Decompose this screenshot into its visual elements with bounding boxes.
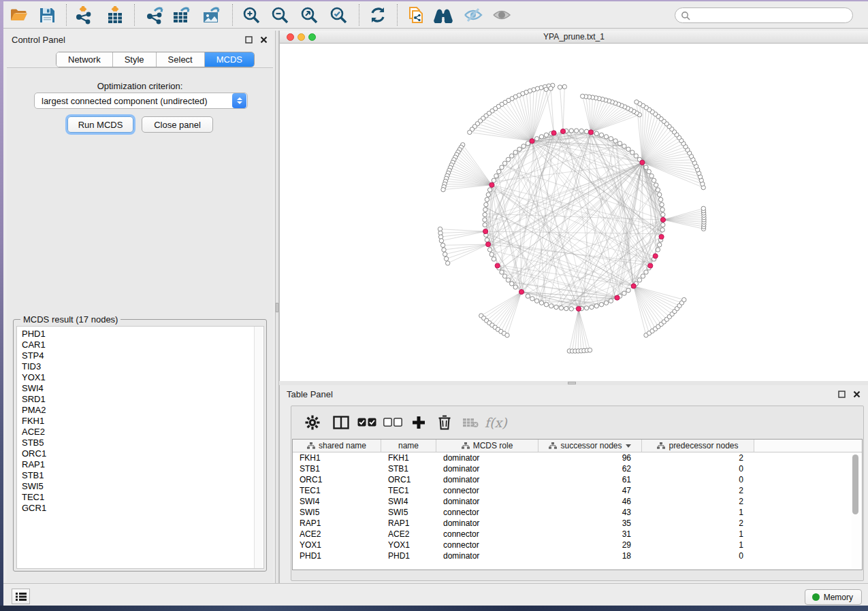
table-scrollbar-thumb[interactable] bbox=[852, 455, 858, 514]
horizontal-divider-handle[interactable] bbox=[568, 382, 576, 384]
mcds-result-item[interactable]: SWI4 bbox=[22, 383, 263, 394]
window-minimize-traffic-light[interactable] bbox=[298, 33, 305, 41]
first-neighbors-icon[interactable] bbox=[432, 5, 454, 25]
mcds-result-item[interactable]: FKH1 bbox=[22, 416, 263, 427]
table-row[interactable]: SWI5SWI5connector431 bbox=[293, 507, 862, 518]
cell-predecessor-nodes: 0 bbox=[642, 551, 754, 561]
table-row[interactable]: STB1STB1dominator620 bbox=[293, 463, 862, 474]
optimization-criterion-label: Optimization criterion: bbox=[7, 81, 273, 91]
import-network-icon[interactable] bbox=[73, 5, 95, 25]
select-all-icon[interactable] bbox=[354, 412, 380, 433]
cell-successor-nodes: 35 bbox=[539, 518, 642, 528]
window-zoom-traffic-light[interactable] bbox=[308, 33, 316, 41]
cell-MCDS-role: dominator bbox=[436, 518, 539, 528]
tab-network[interactable]: Network bbox=[57, 52, 113, 67]
cell-shared-name: ORC1 bbox=[293, 475, 381, 484]
mcds-result-item[interactable]: TID3 bbox=[22, 361, 263, 372]
mcds-result-list[interactable]: PHD1CAR1STP4TID3YOX1SWI4SRD1PMA2FKH1ACE2… bbox=[16, 326, 264, 569]
table-row[interactable]: RAP1RAP1dominator352 bbox=[293, 518, 862, 529]
mcds-result-item[interactable]: YOX1 bbox=[22, 372, 263, 383]
tab-select[interactable]: Select bbox=[157, 52, 205, 67]
automation-panel-button[interactable] bbox=[12, 589, 30, 604]
close-panel-icon[interactable] bbox=[259, 35, 268, 44]
export-image-icon[interactable] bbox=[201, 5, 223, 25]
column-header-shared-name[interactable]: shared name bbox=[293, 440, 381, 452]
window-close-traffic-light[interactable] bbox=[287, 33, 294, 41]
export-table-icon[interactable] bbox=[171, 5, 193, 25]
column-layout-icon[interactable] bbox=[328, 412, 354, 433]
mcds-result-item[interactable]: GCR1 bbox=[22, 503, 263, 514]
add-column-icon[interactable] bbox=[406, 412, 432, 433]
table-options-gear-icon[interactable] bbox=[300, 412, 325, 433]
cell-successor-nodes: 29 bbox=[539, 540, 642, 550]
column-header-MCDS-role[interactable]: MCDS role bbox=[436, 440, 539, 452]
table-scrollbar[interactable] bbox=[852, 455, 860, 569]
open-file-icon[interactable] bbox=[7, 5, 29, 25]
vertical-divider-handle[interactable] bbox=[276, 303, 278, 312]
tab-style[interactable]: Style bbox=[113, 52, 157, 67]
table-row[interactable]: YOX1YOX1connector291 bbox=[293, 540, 862, 550]
close-table-panel-icon[interactable] bbox=[852, 389, 861, 399]
save-session-icon[interactable] bbox=[36, 5, 58, 25]
run-mcds-button[interactable]: Run MCDS bbox=[67, 116, 133, 133]
column-header-predecessor-nodes[interactable]: predecessor nodes bbox=[642, 440, 754, 452]
table-row[interactable]: ORC1ORC1dominator610 bbox=[293, 474, 862, 485]
duplicate-network-icon[interactable] bbox=[405, 5, 427, 25]
cell-shared-name: SWI5 bbox=[293, 508, 381, 517]
search-input[interactable] bbox=[690, 11, 852, 20]
mcds-result-item[interactable]: ACE2 bbox=[22, 427, 263, 437]
column-header-successor-nodes[interactable]: successor nodes bbox=[539, 440, 642, 452]
table-row[interactable]: ACE2ACE2connector311 bbox=[293, 529, 862, 540]
optimization-criterion-dropdown[interactable]: largest connected component (undirected) bbox=[34, 93, 248, 109]
mcds-result-item[interactable]: STB1 bbox=[22, 470, 263, 481]
zoom-fit-icon[interactable] bbox=[298, 5, 320, 25]
tab-mcds[interactable]: MCDS bbox=[205, 52, 254, 67]
network-graph-canvas[interactable] bbox=[280, 44, 868, 381]
cell-shared-name: FKH1 bbox=[293, 453, 381, 463]
mcds-result-groupbox: MCDS result (17 nodes) PHD1CAR1STP4TID3Y… bbox=[13, 319, 267, 572]
mcds-result-item[interactable]: ORC1 bbox=[22, 448, 263, 459]
table-row[interactable]: TEC1TEC1connector472 bbox=[293, 485, 862, 496]
float-panel-icon[interactable] bbox=[244, 35, 253, 44]
refresh-view-icon[interactable] bbox=[367, 5, 389, 25]
table-row[interactable]: SWI4SWI4dominator462 bbox=[293, 496, 862, 507]
deselect-all-icon[interactable] bbox=[380, 412, 406, 433]
show-all-icon[interactable] bbox=[491, 5, 513, 25]
mcds-result-item[interactable]: RAP1 bbox=[22, 459, 263, 470]
cell-MCDS-role: dominator bbox=[436, 475, 539, 484]
column-header-filler bbox=[754, 440, 862, 452]
close-panel-button[interactable]: Close panel bbox=[142, 116, 213, 133]
cell-shared-name: SWI4 bbox=[293, 497, 381, 506]
mcds-result-item[interactable]: PMA2 bbox=[22, 405, 263, 416]
hide-selected-icon[interactable] bbox=[462, 5, 484, 25]
dropdown-selected-value: largest connected component (undirected) bbox=[35, 96, 232, 106]
cell-successor-nodes: 61 bbox=[539, 475, 642, 484]
memory-button[interactable]: Memory bbox=[805, 589, 862, 605]
mcds-result-item[interactable]: CAR1 bbox=[22, 340, 263, 350]
mcds-result-item[interactable]: PHD1 bbox=[22, 329, 263, 340]
mcds-result-item[interactable]: SWI5 bbox=[22, 481, 263, 492]
delete-column-icon[interactable] bbox=[432, 412, 457, 433]
table-row[interactable]: FKH1FKH1dominator962 bbox=[293, 452, 862, 463]
main-toolbar bbox=[3, 1, 868, 29]
desktop-wallpaper-bottom bbox=[0, 606, 868, 611]
zoom-out-icon[interactable] bbox=[269, 5, 291, 25]
import-table-icon[interactable] bbox=[104, 5, 126, 25]
mcds-result-item[interactable]: STP4 bbox=[22, 350, 263, 361]
cell-name: YOX1 bbox=[381, 540, 436, 550]
search-box[interactable] bbox=[675, 7, 853, 23]
table-row[interactable]: PHD1PHD1dominator180 bbox=[293, 550, 862, 561]
mcds-result-item[interactable]: SRD1 bbox=[22, 394, 263, 405]
zoom-selected-icon[interactable] bbox=[327, 5, 349, 25]
mcds-list-scrollbar[interactable] bbox=[254, 327, 263, 568]
mcds-result-item[interactable]: STB5 bbox=[22, 437, 263, 448]
toolbar-separator bbox=[232, 4, 233, 26]
mcds-tab-content: Optimization criterion: largest connecte… bbox=[7, 67, 273, 582]
cell-predecessor-nodes: 0 bbox=[642, 475, 754, 484]
export-network-icon[interactable] bbox=[144, 5, 165, 25]
zoom-in-icon[interactable] bbox=[240, 5, 262, 25]
mcds-result-item[interactable]: TEC1 bbox=[22, 492, 263, 503]
column-header-name[interactable]: name bbox=[381, 440, 436, 452]
network-view-titlebar: YPA_prune.txt_1 bbox=[280, 31, 868, 44]
float-table-panel-icon[interactable] bbox=[837, 389, 846, 399]
